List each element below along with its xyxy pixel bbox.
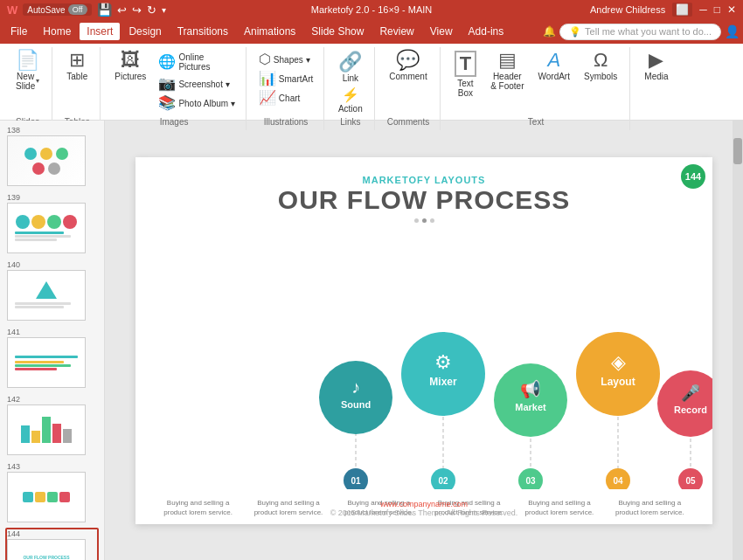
images-group-items: 🖼 Pictures 🌐 OnlinePictures 📷 Screenshot… bbox=[109, 49, 239, 115]
app-logo: W bbox=[7, 3, 17, 17]
header-footer-icon: ▤ bbox=[498, 51, 517, 70]
chart-label: Chart bbox=[279, 93, 300, 103]
svg-text:Market: Market bbox=[515, 402, 546, 412]
smartart-button[interactable]: 📊 SmartArt bbox=[255, 70, 316, 87]
svg-text:Mixer: Mixer bbox=[429, 376, 457, 388]
svg-text:Sound: Sound bbox=[341, 399, 371, 410]
svg-text:📢: 📢 bbox=[520, 379, 541, 399]
comments-group-items: 💬 Comment bbox=[384, 49, 432, 115]
slide-num-140: 140 bbox=[7, 260, 97, 269]
textbox-button[interactable]: T TextBox bbox=[449, 49, 482, 100]
photo-album-button[interactable]: 📚 Photo Album ▾ bbox=[155, 94, 238, 112]
scrollbar-thumb[interactable] bbox=[733, 138, 742, 164]
restore-btn[interactable]: □ bbox=[714, 3, 720, 16]
new-slide-arrow: ▾ bbox=[36, 77, 39, 85]
ribbon-group-comments: 💬 Comment Comments bbox=[377, 47, 440, 130]
header-footer-button[interactable]: ▤ Header& Footer bbox=[485, 49, 529, 93]
wordart-label: WordArt bbox=[538, 72, 570, 81]
wordart-icon: A bbox=[547, 51, 560, 70]
chart-button[interactable]: 📈 Chart bbox=[255, 89, 316, 107]
user-icon[interactable]: 👤 bbox=[725, 24, 740, 38]
undo-button[interactable]: ↩ bbox=[117, 3, 127, 17]
slide-dots bbox=[135, 218, 712, 223]
svg-point-18 bbox=[657, 370, 712, 437]
svg-point-15 bbox=[576, 332, 660, 416]
slide-thumb-142[interactable]: 142 bbox=[5, 393, 99, 457]
svg-text:⚙: ⚙ bbox=[434, 351, 452, 373]
menu-transitions[interactable]: Transitions bbox=[170, 23, 235, 40]
dot-3 bbox=[430, 218, 434, 223]
online-pictures-button[interactable]: 🌐 OnlinePictures bbox=[155, 51, 238, 73]
symbols-label: Symbols bbox=[584, 72, 617, 81]
smartart-label: SmartArt bbox=[279, 74, 313, 84]
svg-text:🎤: 🎤 bbox=[681, 384, 701, 403]
main-layout: 138 139 bbox=[0, 121, 743, 560]
slide-thumb-140[interactable]: 140 bbox=[5, 259, 99, 322]
slide-thumb-144[interactable]: 144 OUR FLOW PROCESS bbox=[5, 528, 99, 560]
menu-home[interactable]: Home bbox=[36, 23, 78, 40]
slide-thumb-141[interactable]: 141 bbox=[5, 326, 99, 390]
menu-addins[interactable]: Add-ins bbox=[462, 23, 511, 40]
slide-num-141: 141 bbox=[7, 328, 97, 336]
slide-subtitle: MARKETOFY LAYOUTS bbox=[135, 175, 712, 185]
help-icon: 🔔 bbox=[543, 25, 556, 38]
online-pictures-label: OnlinePictures bbox=[178, 52, 210, 72]
symbols-button[interactable]: Ω Symbols bbox=[579, 49, 622, 83]
wordart-button[interactable]: A WordArt bbox=[532, 49, 575, 83]
slide-img-140 bbox=[7, 270, 86, 321]
slide-panel[interactable]: 138 139 bbox=[0, 121, 105, 560]
ribbon-group-links: 🔗 Link ⚡ Action Links bbox=[326, 47, 375, 130]
menu-design[interactable]: Design bbox=[122, 23, 168, 40]
menu-animations[interactable]: Animations bbox=[237, 23, 302, 40]
redo-button[interactable]: ↪ bbox=[132, 3, 142, 17]
action-button[interactable]: ⚡ Action bbox=[333, 86, 367, 115]
tables-group-items: ⊞ Table bbox=[61, 49, 93, 115]
menu-review[interactable]: Review bbox=[372, 23, 420, 40]
slide-area: 144 MARKETOFY LAYOUTS OUR FLOW PROCESS bbox=[105, 121, 743, 560]
screenshot-icon: 📷 bbox=[158, 77, 176, 91]
menu-slideshow[interactable]: Slide Show bbox=[304, 23, 371, 40]
chart-icon: 📈 bbox=[259, 91, 276, 105]
customize-qat[interactable]: ▾ bbox=[162, 5, 166, 15]
svg-text:Layout: Layout bbox=[601, 376, 635, 388]
ribbon: 📄 NewSlide ▾ Slides ⊞ Table Tables bbox=[0, 44, 743, 121]
slide-img-138 bbox=[7, 135, 86, 186]
online-pictures-icon: 🌐 bbox=[158, 55, 176, 69]
new-slide-icon: 📄 bbox=[16, 51, 39, 70]
vertical-scrollbar[interactable] bbox=[733, 121, 743, 560]
symbols-icon: Ω bbox=[594, 51, 608, 70]
table-button[interactable]: ⊞ Table bbox=[61, 49, 93, 83]
svg-point-9 bbox=[401, 332, 485, 416]
slide-thumb-139[interactable]: 139 bbox=[5, 191, 99, 255]
slide-thumb-138[interactable]: 138 bbox=[5, 124, 99, 188]
slide-thumb-143[interactable]: 143 bbox=[5, 460, 99, 524]
flow-svg: ♪ Sound ⚙ Mixer 📢 Market ◈ Layout 🎤 Reco… bbox=[135, 236, 712, 489]
svg-text:02: 02 bbox=[438, 476, 448, 486]
comment-icon: 💬 bbox=[396, 51, 420, 70]
pictures-button[interactable]: 🖼 Pictures bbox=[109, 49, 151, 83]
media-button[interactable]: ▶ Media bbox=[639, 49, 673, 83]
menu-view[interactable]: View bbox=[423, 23, 460, 40]
menu-insert[interactable]: Insert bbox=[80, 23, 120, 40]
shapes-button[interactable]: ⬡ Shapes ▾ bbox=[255, 51, 316, 68]
slide-img-141 bbox=[7, 337, 86, 388]
action-icon: ⚡ bbox=[342, 88, 359, 102]
new-slide-button[interactable]: 📄 NewSlide ▾ bbox=[10, 49, 45, 93]
comment-button[interactable]: 💬 Comment bbox=[384, 49, 432, 83]
menu-file[interactable]: File bbox=[3, 23, 34, 40]
screenshot-button[interactable]: 📷 Screenshot ▾ bbox=[155, 75, 238, 93]
footer-url: www.companyname.com bbox=[380, 500, 468, 508]
close-btn[interactable]: ✕ bbox=[727, 3, 736, 16]
photo-album-label: Photo Album ▾ bbox=[178, 99, 234, 108]
repeat-button[interactable]: ↻ bbox=[147, 3, 156, 17]
save-button[interactable]: 💾 bbox=[97, 3, 112, 17]
screenshot-label: Screenshot ▾ bbox=[178, 80, 229, 89]
textbox-label: TextBox bbox=[457, 79, 473, 98]
links-group-items: 🔗 Link ⚡ Action bbox=[333, 49, 367, 115]
slides-group-items: 📄 NewSlide ▾ bbox=[10, 49, 45, 115]
ribbon-display-btn[interactable]: ⬜ bbox=[672, 3, 692, 17]
tell-me-input[interactable]: 💡 Tell me what you want to do... bbox=[559, 24, 721, 40]
minimize-btn[interactable]: ─ bbox=[699, 3, 707, 16]
link-button[interactable]: 🔗 Link bbox=[333, 51, 367, 85]
slide-badge: 144 bbox=[681, 164, 705, 189]
